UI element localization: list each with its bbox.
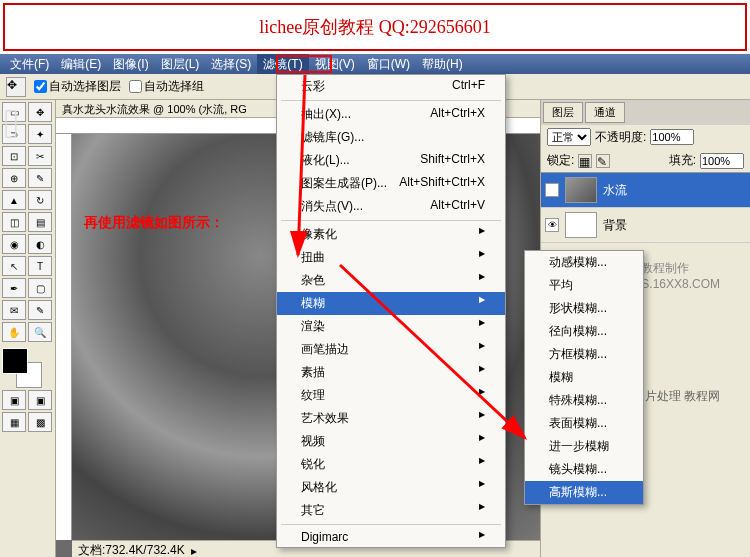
fill-label: 填充: — [669, 152, 696, 169]
layer-name: 背景 — [603, 217, 627, 234]
menu-item-texture[interactable]: 纹理 — [277, 384, 505, 407]
history-brush-icon[interactable]: ↻ — [28, 190, 52, 210]
move-tool-icon[interactable]: ✥ — [28, 102, 52, 122]
auto-select-group-label: 自动选择组 — [144, 78, 204, 95]
annotation-text: 再使用滤镜如图所示： — [84, 214, 224, 232]
menu-item-distort[interactable]: 扭曲 — [277, 246, 505, 269]
layer-thumbnail[interactable] — [565, 177, 597, 203]
opacity-input[interactable] — [650, 129, 694, 145]
wand-tool-icon[interactable]: ✦ — [28, 124, 52, 144]
stamp-tool-icon[interactable]: ▲ — [2, 190, 26, 210]
menubar: 文件(F) 编辑(E) 图像(I) 图层(L) 选择(S) 滤镜(T) 视图(V… — [0, 54, 750, 74]
crop-tool-icon[interactable]: ⊡ — [2, 146, 26, 166]
menu-file[interactable]: 文件(F) — [4, 54, 55, 74]
menu-image[interactable]: 图像(I) — [107, 54, 154, 74]
fill-input[interactable] — [700, 153, 744, 169]
layer-name: 水流 — [603, 182, 627, 199]
menu-item-render[interactable]: 渲染 — [277, 315, 505, 338]
lasso-tool-icon[interactable]: ⊃ — [2, 124, 26, 144]
menu-item-shape-blur[interactable]: 形状模糊... — [525, 297, 643, 320]
foreground-color-swatch[interactable] — [2, 348, 28, 374]
pen-tool-icon[interactable]: ✒ — [2, 278, 26, 298]
menu-item-digimarc[interactable]: Digimarc — [277, 527, 505, 547]
menu-filter[interactable]: 滤镜(T) — [257, 54, 308, 74]
menu-view[interactable]: 视图(V) — [309, 54, 361, 74]
auto-select-layer-label: 自动选择图层 — [49, 78, 121, 95]
menu-item-last-filter[interactable]: 云彩Ctrl+F — [277, 75, 505, 98]
hand-tool-icon[interactable]: ✋ — [2, 322, 26, 342]
menu-item-other[interactable]: 其它 — [277, 499, 505, 522]
zoom-tool-icon[interactable]: 🔍 — [28, 322, 52, 342]
menu-item-sketch[interactable]: 素描 — [277, 361, 505, 384]
menu-item-blur-more[interactable]: 进一步模糊 — [525, 435, 643, 458]
healing-tool-icon[interactable]: ⊕ — [2, 168, 26, 188]
screenmode2-icon[interactable]: ▦ — [2, 412, 26, 432]
layer-item-active[interactable]: 👁 水流 — [541, 173, 750, 208]
tutorial-banner: lichee原创教程 QQ:292656601 — [3, 3, 747, 51]
menu-item-filter-gallery[interactable]: 滤镜库(G)... — [277, 126, 505, 149]
menu-item-lens-blur[interactable]: 镜头模糊... — [525, 458, 643, 481]
tab-layers[interactable]: 图层 — [543, 102, 583, 123]
menu-item-blur-basic[interactable]: 模糊 — [525, 366, 643, 389]
menu-item-vanishing-point[interactable]: 消失点(V)...Alt+Ctrl+V — [277, 195, 505, 218]
menu-item-radial-blur[interactable]: 径向模糊... — [525, 320, 643, 343]
layer-item[interactable]: 👁 背景 — [541, 208, 750, 243]
statusbar-arrow-icon[interactable]: ▸ — [191, 544, 197, 558]
toolbox: ▭ ✥ ⊃ ✦ ⊡ ✂ ⊕ ✎ ▲ ↻ ◫ ▤ ◉ ◐ ↖ T ✒ ▢ ✉ ✎ … — [0, 100, 56, 557]
marquee-tool-icon[interactable]: ▭ — [2, 102, 26, 122]
menu-item-pixelate[interactable]: 像素化 — [277, 223, 505, 246]
screenmode3-icon[interactable]: ▩ — [28, 412, 52, 432]
filter-menu: 云彩Ctrl+F 抽出(X)...Alt+Ctrl+X 滤镜库(G)... 液化… — [276, 74, 506, 548]
screenmode-icon[interactable]: ▣ — [28, 390, 52, 410]
menu-layer[interactable]: 图层(L) — [155, 54, 206, 74]
blur-submenu: 动感模糊... 平均 形状模糊... 径向模糊... 方框模糊... 模糊 特殊… — [524, 250, 644, 505]
menu-item-pattern-maker[interactable]: 图案生成器(P)...Alt+Shift+Ctrl+X — [277, 172, 505, 195]
menu-item-extract[interactable]: 抽出(X)...Alt+Ctrl+X — [277, 103, 505, 126]
auto-select-layer-checkbox[interactable] — [34, 80, 47, 93]
blend-mode-select[interactable]: 正常 — [547, 128, 591, 146]
slice-tool-icon[interactable]: ✂ — [28, 146, 52, 166]
menu-item-surface-blur[interactable]: 表面模糊... — [525, 412, 643, 435]
auto-select-group-checkbox[interactable] — [129, 80, 142, 93]
opacity-label: 不透明度: — [595, 129, 646, 146]
menu-item-stylize[interactable]: 风格化 — [277, 476, 505, 499]
tab-channels[interactable]: 通道 — [585, 102, 625, 123]
shape-tool-icon[interactable]: ▢ — [28, 278, 52, 298]
brush-tool-icon[interactable]: ✎ — [28, 168, 52, 188]
ruler-vertical — [56, 134, 72, 540]
type-tool-icon[interactable]: T — [28, 256, 52, 276]
visibility-icon[interactable]: 👁 — [545, 183, 559, 197]
lock-transparency-icon[interactable]: ▦ — [578, 154, 592, 168]
eraser-tool-icon[interactable]: ◫ — [2, 212, 26, 232]
menu-item-artistic[interactable]: 艺术效果 — [277, 407, 505, 430]
menu-item-sharpen[interactable]: 锐化 — [277, 453, 505, 476]
quickmask-icon[interactable]: ▣ — [2, 390, 26, 410]
color-swatches[interactable] — [2, 348, 42, 388]
menu-item-motion-blur[interactable]: 动感模糊... — [525, 251, 643, 274]
menu-item-gaussian-blur[interactable]: 高斯模糊... — [525, 481, 643, 504]
lock-pixels-icon[interactable]: ✎ — [596, 154, 610, 168]
dodge-tool-icon[interactable]: ◐ — [28, 234, 52, 254]
menu-window[interactable]: 窗口(W) — [361, 54, 416, 74]
path-tool-icon[interactable]: ↖ — [2, 256, 26, 276]
menu-item-blur[interactable]: 模糊 — [277, 292, 505, 315]
menu-item-noise[interactable]: 杂色 — [277, 269, 505, 292]
gradient-tool-icon[interactable]: ▤ — [28, 212, 52, 232]
visibility-icon[interactable]: 👁 — [545, 218, 559, 232]
lock-label: 锁定: — [547, 152, 574, 169]
menu-item-smart-blur[interactable]: 特殊模糊... — [525, 389, 643, 412]
menu-help[interactable]: 帮助(H) — [416, 54, 469, 74]
menu-select[interactable]: 选择(S) — [205, 54, 257, 74]
blur-tool-icon[interactable]: ◉ — [2, 234, 26, 254]
menu-item-video[interactable]: 视频 — [277, 430, 505, 453]
move-tool-icon[interactable]: ✥ — [6, 77, 26, 97]
layer-thumbnail[interactable] — [565, 212, 597, 238]
menu-item-box-blur[interactable]: 方框模糊... — [525, 343, 643, 366]
menu-edit[interactable]: 编辑(E) — [55, 54, 107, 74]
menu-item-average[interactable]: 平均 — [525, 274, 643, 297]
notes-tool-icon[interactable]: ✉ — [2, 300, 26, 320]
menu-item-liquify[interactable]: 液化(L)...Shift+Ctrl+X — [277, 149, 505, 172]
doc-size: 文档:732.4K/732.4K — [78, 542, 185, 557]
eyedropper-tool-icon[interactable]: ✎ — [28, 300, 52, 320]
menu-item-brush-strokes[interactable]: 画笔描边 — [277, 338, 505, 361]
